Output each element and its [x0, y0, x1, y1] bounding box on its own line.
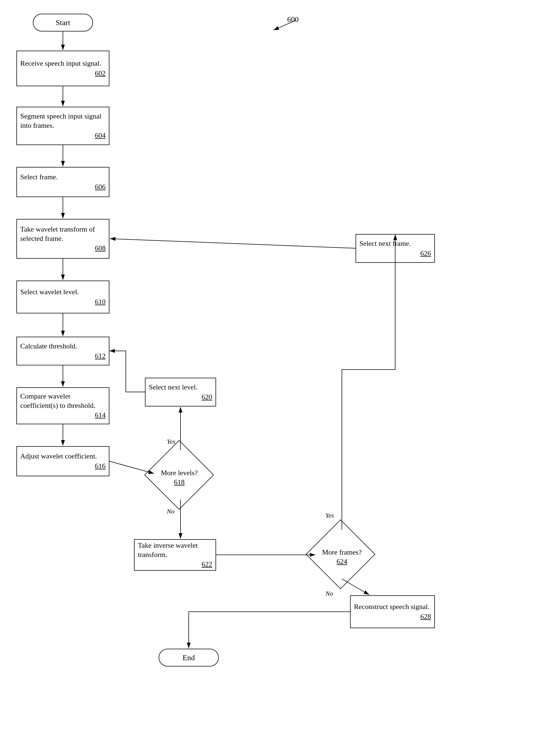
node-612: Calculate threshold. 612	[16, 337, 109, 365]
yes-frames-label: Yes	[325, 512, 334, 519]
node-608: Take wavelet transform of selected frame…	[16, 219, 109, 259]
node-628: Reconstruct speech signal. 628	[350, 595, 435, 628]
no-levels-label: No	[167, 508, 175, 515]
flowchart-diagram: 600 Start Receive speech input signal. 6…	[0, 0, 547, 756]
node-622: Take inverse wavelet transform. 622	[134, 539, 216, 571]
ref-600-label: 600	[287, 15, 299, 24]
end-node: End	[159, 649, 219, 666]
node-620: Select next level. 620	[145, 378, 216, 406]
node-602: Receive speech input signal. 602	[16, 51, 109, 86]
yes-levels-label: Yes	[167, 438, 175, 445]
no-frames-label: No	[325, 590, 333, 597]
node-610: Select wavelet level. 610	[16, 281, 109, 313]
node-614: Compare wavelet coefficient(s) to thresh…	[16, 387, 109, 424]
start-node: Start	[33, 14, 93, 31]
node-616: Adjust wavelet coefficient. 616	[16, 446, 109, 476]
node-626: Select next frame. 626	[355, 234, 435, 263]
node-604: Segment speech input signal into frames.…	[16, 107, 109, 145]
diamond-624-label: More frames? 624	[313, 532, 370, 582]
node-606: Select frame. 606	[16, 167, 109, 197]
svg-line-14	[110, 239, 355, 248]
diamond-618-label: More levels? 618	[153, 454, 206, 501]
